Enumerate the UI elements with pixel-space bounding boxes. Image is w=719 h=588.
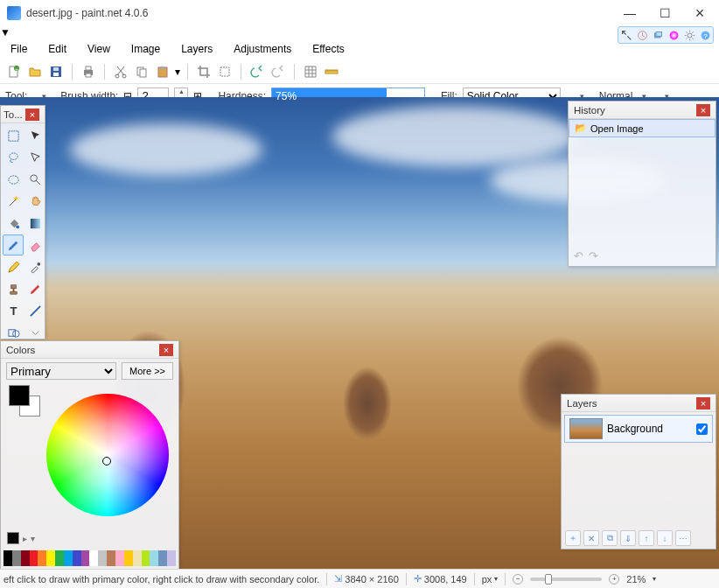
menu-effects[interactable]: Effects [305,40,351,58]
settings-button[interactable] [681,27,697,43]
lasso-tool[interactable] [3,147,24,168]
maximize-button[interactable]: ☐ [647,2,682,24]
rect-select-tool[interactable] [3,125,24,146]
layers-window-toggle[interactable] [650,27,666,43]
move-pixels-tool[interactable] [24,147,45,168]
palette-swatch[interactable] [38,550,46,566]
open-button[interactable] [26,63,44,80]
history-item[interactable]: 📂 Open Image [569,119,716,137]
history-undo-icon[interactable]: ↶ [574,249,583,262]
crop-button[interactable] [195,63,213,80]
unit-dropdown-icon[interactable]: ▾ [494,575,498,583]
ruler-button[interactable] [323,63,340,80]
palette-add-icon[interactable]: ▸ [23,534,27,543]
palette-row[interactable] [3,550,176,566]
clone-stamp-tool[interactable] [3,278,24,299]
palette-swatch[interactable] [89,550,98,566]
text-tool[interactable]: T [3,300,24,321]
tools-window-toggle[interactable] [618,27,634,43]
status-unit[interactable]: px [482,574,492,584]
palette-swatch[interactable] [73,550,81,566]
palette-swatch[interactable] [124,550,133,566]
redo-button[interactable] [269,63,287,80]
palette-swatch[interactable] [12,550,21,566]
color-swatches[interactable] [9,385,40,416]
fill-tool[interactable] [3,213,24,234]
add-layer-button[interactable]: ＋ [565,530,581,546]
pan-tool[interactable] [24,191,45,212]
gradient-tool[interactable] [24,213,45,234]
pencil-tool[interactable] [3,256,24,277]
palette-swatch[interactable] [98,550,107,566]
color-picker-tool[interactable] [24,256,45,277]
color-mode-select[interactable]: Primary [6,362,116,380]
close-button[interactable]: × [682,2,717,24]
layer-properties-button[interactable]: ⋯ [675,530,691,546]
zoom-out-icon[interactable]: − [513,574,523,584]
palette-swatch[interactable] [142,550,150,566]
palette-swatch[interactable] [81,550,90,566]
menu-adjustments[interactable]: Adjustments [227,40,298,58]
minimize-button[interactable]: — [612,2,647,24]
layers-panel-close[interactable]: × [696,397,710,410]
history-panel-close[interactable]: × [696,104,710,116]
ellipse-select-tool[interactable] [3,169,24,190]
eraser-tool[interactable] [24,234,45,256]
palette-swatch[interactable] [158,550,167,566]
layer-visible-checkbox[interactable] [696,424,708,435]
status-zoom[interactable]: 21% [626,574,646,584]
menu-layers[interactable]: Layers [174,40,220,58]
menu-edit[interactable]: Edit [41,40,73,58]
delete-layer-button[interactable]: ✕ [583,530,599,546]
palette-swatch[interactable] [167,550,176,566]
colors-panel-close[interactable]: × [159,344,173,356]
print-button[interactable] [80,63,97,80]
save-button[interactable] [47,63,65,80]
layer-row[interactable]: Background [564,415,713,443]
zoom-slider[interactable] [530,578,602,581]
color-wheel[interactable] [46,394,169,516]
palette-swatch[interactable] [133,550,142,566]
line-tool[interactable] [24,300,45,321]
primary-color-swatch[interactable] [9,385,30,406]
colors-window-toggle[interactable] [666,27,681,43]
palette-current-swatch[interactable] [7,532,19,544]
cut-button[interactable] [112,63,129,80]
palette-swatch[interactable] [107,550,115,566]
copy-button[interactable] [133,63,150,80]
palette-swatch[interactable] [46,550,55,566]
palette-swatch[interactable] [115,550,124,566]
new-button[interactable]: + [5,63,23,80]
help-button[interactable]: ? [697,27,713,43]
history-window-toggle[interactable] [634,27,650,43]
grid-button[interactable] [302,63,319,80]
zoom-dropdown-icon[interactable]: ▾ [653,575,656,583]
menu-view[interactable]: View [80,40,117,58]
recolor-tool[interactable] [24,278,45,299]
menu-file[interactable]: File [3,40,34,58]
tools-panel-close[interactable]: × [25,108,39,121]
move-layer-down-button[interactable]: ↓ [657,530,673,546]
move-layer-up-button[interactable]: ↑ [639,530,654,546]
palette-swatch[interactable] [64,550,73,566]
palette-swatch[interactable] [21,550,30,566]
zoom-tool[interactable] [24,169,45,190]
duplicate-layer-button[interactable]: ⧉ [602,530,618,546]
zoom-in-icon[interactable]: + [609,574,619,584]
palette-menu-dropdown[interactable]: ▾ [31,534,35,543]
magic-wand-tool[interactable] [3,191,24,212]
palette-swatch[interactable] [55,550,64,566]
paste-dropdown[interactable]: ▾ [175,66,180,78]
thumbnail-dropdown-icon[interactable]: ▼ [0,26,719,38]
paintbrush-tool[interactable] [3,234,24,256]
history-redo-icon[interactable]: ↷ [589,249,598,262]
paste-button[interactable] [154,63,171,80]
menu-image[interactable]: Image [124,40,167,58]
color-wheel-cursor[interactable] [102,457,111,466]
deselect-button[interactable] [216,63,234,80]
palette-swatch[interactable] [3,550,12,566]
colors-more-button[interactable]: More >> [122,362,173,380]
palette-swatch[interactable] [150,550,158,566]
undo-button[interactable] [248,63,266,80]
merge-layer-button[interactable]: ⇓ [620,530,636,546]
